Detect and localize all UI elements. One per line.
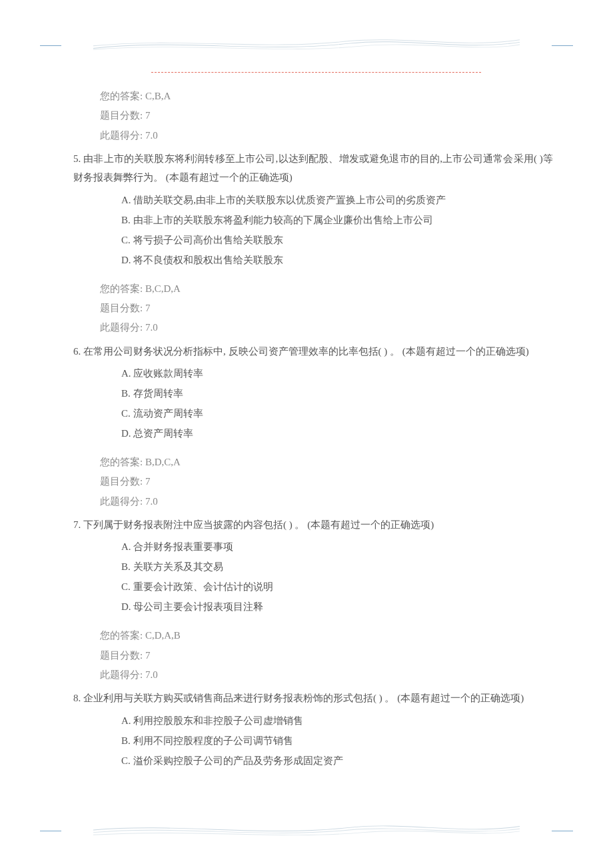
q5-option-d: D. 将不良债权和股权出售给关联股东	[121, 250, 553, 270]
q7-options: A. 合并财务报表重要事项 B. 关联方关系及其交易 C. 重要会计政策、会计估…	[60, 537, 553, 617]
obtained-score-line: 此题得分: 7.0	[100, 318, 553, 337]
obtained-score-label: 此题得分:	[100, 669, 143, 680]
question-score-label: 题目分数:	[100, 650, 143, 661]
question-score-line: 题目分数: 7	[100, 106, 553, 125]
obtained-score-line: 此题得分: 7.0	[100, 126, 553, 145]
footer-line-left	[40, 831, 61, 831]
q6-number: 6.	[73, 346, 81, 357]
q6-options: A. 应收账款周转率 B. 存货周转率 C. 流动资产周转率 D. 总资产周转率	[60, 363, 553, 443]
obtained-score-label: 此题得分:	[100, 496, 143, 507]
your-answer-line: 您的答案: C,B,A	[100, 87, 553, 106]
obtained-score-value: 7.0	[145, 669, 158, 680]
your-answer-value: B,C,D,A	[145, 283, 181, 294]
q6-stem: 6. 在常用公司财务状况分析指标中, 反映公司资产管理效率的比率包括( ) 。 …	[60, 342, 553, 361]
obtained-score-value: 7.0	[145, 130, 158, 141]
q7-answer-block: 您的答案: C,D,A,B 题目分数: 7 此题得分: 7.0	[60, 626, 553, 685]
red-dashed-separator	[151, 72, 481, 73]
question-score-value: 7	[145, 650, 151, 661]
q7-option-c: C. 重要会计政策、会计估计的说明	[121, 577, 553, 597]
q5-number: 5.	[73, 153, 81, 164]
q5-stem: 5. 由非上市的关联股东将利润转移至上市公司,以达到配股、增发或避免退市的目的,…	[60, 149, 553, 187]
question-score-line: 题目分数: 7	[100, 299, 553, 318]
question-score-value: 7	[145, 110, 151, 121]
q5-options: A. 借助关联交易,由非上市的关联股东以优质资产置换上市公司的劣质资产 B. 由…	[60, 190, 553, 270]
q7-number: 7.	[73, 519, 81, 530]
obtained-score-label: 此题得分:	[100, 130, 143, 141]
main-content: 您的答案: C,B,A 题目分数: 7 此题得分: 7.0 5. 由非上市的关联…	[60, 87, 553, 771]
footer-line-right	[552, 831, 573, 831]
your-answer-label: 您的答案:	[100, 630, 143, 641]
obtained-score-value: 7.0	[145, 322, 158, 333]
your-answer-value: B,D,C,A	[145, 457, 181, 467]
your-answer-label: 您的答案:	[100, 283, 143, 294]
header-ornament	[40, 37, 573, 56]
footer-ornament	[40, 823, 573, 841]
footer-swoosh	[93, 823, 520, 837]
your-answer-label: 您的答案:	[100, 457, 143, 467]
q8-stem: 8. 企业利用与关联方购买或销售商品来进行财务报表粉饰的形式包括( ) 。 (本…	[60, 689, 553, 708]
question-score-value: 7	[145, 303, 151, 313]
q6-answer-block: 您的答案: B,D,C,A 题目分数: 7 此题得分: 7.0	[60, 453, 553, 511]
your-answer-line: 您的答案: B,D,C,A	[100, 453, 553, 472]
your-answer-line: 您的答案: C,D,A,B	[100, 626, 553, 645]
q5-text: 由非上市的关联股东将利润转移至上市公司,以达到配股、增发或避免退市的目的,上市公…	[73, 153, 553, 183]
q7-option-b: B. 关联方关系及其交易	[121, 557, 553, 577]
q7-text: 下列属于财务报表附注中应当披露的内容包括( ) 。 (本题有超过一个的正确选项)	[83, 519, 434, 530]
q4-answer-block: 您的答案: C,B,A 题目分数: 7 此题得分: 7.0	[60, 87, 553, 145]
your-answer-value: C,D,A,B	[145, 630, 181, 641]
q5-answer-block: 您的答案: B,C,D,A 题目分数: 7 此题得分: 7.0	[60, 279, 553, 338]
q7-stem: 7. 下列属于财务报表附注中应当披露的内容包括( ) 。 (本题有超过一个的正确…	[60, 515, 553, 535]
q8-option-a: A. 利用控股股东和非控股子公司虚增销售	[121, 711, 553, 731]
q8-number: 8.	[73, 693, 81, 703]
question-score-value: 7	[145, 476, 151, 487]
q6-option-c: C. 流动资产周转率	[121, 403, 553, 423]
q6-option-b: B. 存货周转率	[121, 383, 553, 403]
obtained-score-line: 此题得分: 7.0	[100, 665, 553, 685]
q6-option-a: A. 应收账款周转率	[121, 363, 553, 383]
q5-option-c: C. 将亏损子公司高价出售给关联股东	[121, 230, 553, 250]
document-page: 您的答案: C,B,A 题目分数: 7 此题得分: 7.0 5. 由非上市的关联…	[0, 0, 613, 868]
your-answer-label: 您的答案:	[100, 91, 143, 101]
q8-options: A. 利用控股股东和非控股子公司虚增销售 B. 利用不同控股程度的子公司调节销售…	[60, 711, 553, 771]
your-answer-line: 您的答案: B,C,D,A	[100, 279, 553, 299]
question-score-line: 题目分数: 7	[100, 646, 553, 665]
q8-option-b: B. 利用不同控股程度的子公司调节销售	[121, 731, 553, 751]
question-score-label: 题目分数:	[100, 303, 143, 313]
obtained-score-label: 此题得分:	[100, 322, 143, 333]
q7-option-d: D. 母公司主要会计报表项目注释	[121, 597, 553, 617]
q5-option-a: A. 借助关联交易,由非上市的关联股东以优质资产置换上市公司的劣质资产	[121, 190, 553, 210]
your-answer-value: C,B,A	[145, 91, 171, 101]
obtained-score-line: 此题得分: 7.0	[100, 492, 553, 511]
question-score-label: 题目分数:	[100, 110, 143, 121]
question-score-label: 题目分数:	[100, 476, 143, 487]
q6-text: 在常用公司财务状况分析指标中, 反映公司资产管理效率的比率包括( ) 。 (本题…	[83, 346, 529, 357]
q8-option-c: C. 溢价采购控股子公司的产品及劳务形成固定资产	[121, 751, 553, 771]
question-score-line: 题目分数: 7	[100, 472, 553, 491]
header-line-right	[552, 45, 573, 46]
obtained-score-value: 7.0	[145, 496, 158, 507]
header-line-left	[40, 45, 61, 46]
q8-text: 企业利用与关联方购买或销售商品来进行财务报表粉饰的形式包括( ) 。 (本题有超…	[83, 693, 524, 703]
q6-option-d: D. 总资产周转率	[121, 423, 553, 443]
header-swoosh	[93, 37, 520, 52]
q5-option-b: B. 由非上市的关联股东将盈利能力较高的下属企业廉价出售给上市公司	[121, 210, 553, 230]
q7-option-a: A. 合并财务报表重要事项	[121, 537, 553, 557]
